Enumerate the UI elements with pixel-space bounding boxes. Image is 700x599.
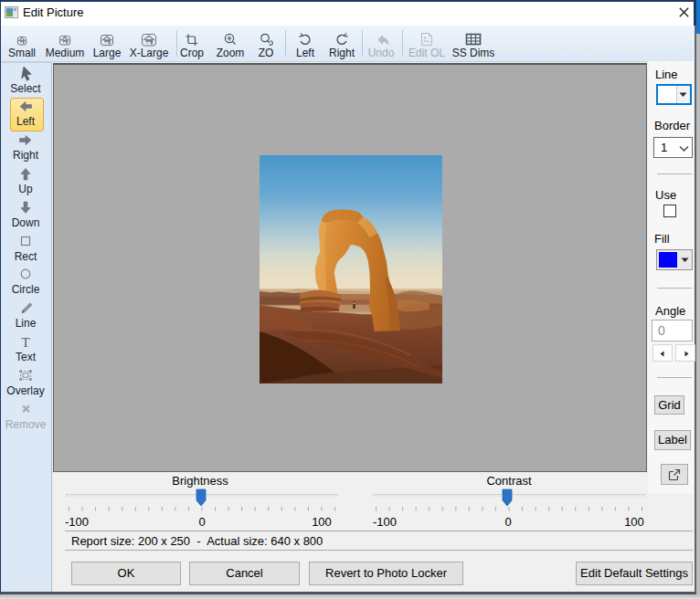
svg-text:T: T [21, 334, 29, 349]
